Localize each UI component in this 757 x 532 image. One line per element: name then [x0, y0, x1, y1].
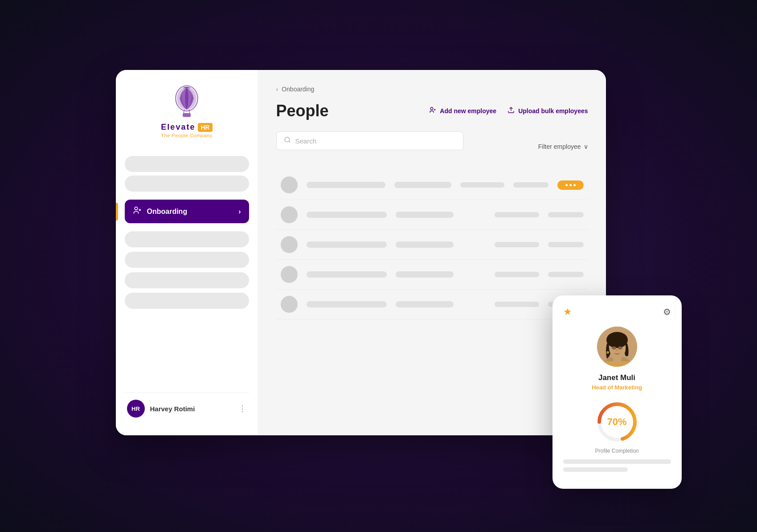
search-row: Search Filter employee ∨: [276, 131, 588, 161]
add-employee-icon: [429, 106, 436, 115]
footer-line-2: [563, 467, 628, 472]
row-col-dept: [495, 242, 539, 247]
table-row: [276, 230, 588, 260]
row-avatar: [281, 296, 298, 313]
row-col-role: [396, 271, 454, 278]
row-col-name: [307, 182, 385, 188]
brand-name: Elevate HR: [161, 123, 212, 132]
profile-avatar: [597, 327, 637, 367]
profile-name: Janet Muli: [563, 373, 671, 382]
sidebar-item-onboarding[interactable]: Onboarding ›: [125, 200, 249, 223]
row-col-name: [307, 271, 387, 278]
nav-placeholder-1: [125, 156, 249, 172]
profile-avatar-container: [563, 327, 671, 367]
nav-placeholder-2: [125, 176, 249, 192]
brand-elevate-text: Elevate: [161, 123, 195, 132]
progress-value: 70%: [607, 416, 626, 428]
table-row: [276, 200, 588, 230]
upload-bulk-label: Upload bulk employees: [518, 107, 588, 115]
profile-card: ★ ⚙: [552, 295, 682, 489]
breadcrumb-back-icon: ‹: [276, 86, 278, 93]
filter-chevron-icon: ∨: [584, 143, 588, 150]
profile-card-header: ★ ⚙: [563, 306, 671, 318]
row-col-dept: [495, 272, 539, 277]
user-info: HR Harvey Rotimi: [127, 400, 195, 417]
logo-area: Elevate HR The People Company: [125, 83, 249, 143]
svg-point-13: [285, 137, 290, 142]
row-action-button[interactable]: [557, 180, 584, 190]
upload-bulk-button[interactable]: Upload bulk employees: [507, 106, 588, 115]
onboarding-icon: [133, 206, 142, 217]
page-title: People: [276, 102, 329, 120]
favorite-star-icon[interactable]: ★: [563, 306, 572, 318]
svg-line-14: [289, 141, 290, 143]
user-area: HR Harvey Rotimi ⋮: [125, 393, 249, 422]
row-col-role: [396, 301, 454, 307]
svg-point-9: [431, 107, 433, 110]
row-col-status: [548, 212, 584, 217]
user-initials: HR: [131, 405, 140, 412]
svg-rect-4: [183, 113, 191, 117]
brand-hr-badge: HR: [198, 123, 212, 132]
search-icon: [284, 136, 291, 145]
filter-button[interactable]: Filter employee ∨: [538, 143, 588, 150]
row-avatar: [281, 266, 298, 283]
row-col-role: [394, 182, 451, 188]
row-col-name: [307, 241, 387, 248]
nav-placeholder-3: [125, 231, 249, 247]
progress-circle: 70%: [595, 400, 639, 444]
upload-icon: [507, 106, 515, 115]
brand-subtitle: The People Company: [161, 133, 212, 138]
row-col-status: [513, 182, 548, 188]
search-placeholder: Search: [295, 137, 317, 145]
table-row: [276, 170, 588, 200]
row-col-dept: [495, 212, 539, 217]
add-employee-button[interactable]: Add new employee: [429, 106, 496, 115]
filter-label: Filter employee: [538, 143, 581, 150]
nav-chevron-icon: ›: [238, 208, 241, 216]
svg-rect-24: [597, 361, 637, 367]
row-col-dept: [495, 302, 539, 307]
table-row: [276, 260, 588, 290]
main-app-window: Elevate HR The People Company: [116, 70, 606, 435]
svg-point-25: [606, 351, 609, 354]
row-col-dept: [460, 182, 504, 188]
progress-container: 70% Profile Completion: [563, 400, 671, 454]
row-avatar: [281, 176, 298, 193]
row-col-name: [307, 301, 387, 307]
row-col-role: [396, 241, 454, 248]
svg-point-21: [607, 332, 627, 343]
row-avatar: [281, 206, 298, 223]
row-avatar: [281, 236, 298, 253]
search-bar[interactable]: Search: [276, 131, 463, 150]
nav-placeholder-6: [125, 293, 249, 309]
svg-point-23: [618, 347, 622, 350]
dot-1: [565, 184, 568, 186]
user-name: Harvey Rotimi: [150, 405, 195, 413]
profile-footer-lines: [563, 459, 671, 472]
nav-placeholder-4: [125, 252, 249, 268]
table-row: [276, 290, 588, 319]
page-header: People Add new employee: [276, 102, 588, 120]
dot-2: [569, 184, 572, 186]
breadcrumb-label: Onboarding: [282, 86, 314, 93]
sidebar: Elevate HR The People Company: [116, 70, 258, 435]
nav-item-left: Onboarding: [133, 206, 188, 217]
employee-table: [276, 170, 588, 319]
breadcrumb[interactable]: ‹ Onboarding: [276, 86, 588, 93]
sidebar-item-label: Onboarding: [147, 208, 188, 216]
footer-line-1: [563, 459, 671, 464]
settings-gear-icon[interactable]: ⚙: [663, 307, 671, 317]
row-col-status: [548, 242, 584, 247]
row-col-role: [396, 212, 454, 218]
user-avatar: HR: [127, 400, 145, 417]
user-menu-dots[interactable]: ⋮: [238, 404, 247, 413]
row-col-name: [307, 212, 387, 218]
svg-point-22: [612, 347, 616, 350]
row-col-status: [548, 272, 584, 277]
profile-job-title: Head of Marketing: [563, 384, 671, 391]
add-employee-label: Add new employee: [440, 107, 496, 115]
nav-placeholder-5: [125, 272, 249, 288]
app-logo-icon: [169, 83, 205, 119]
svg-point-6: [135, 207, 138, 210]
